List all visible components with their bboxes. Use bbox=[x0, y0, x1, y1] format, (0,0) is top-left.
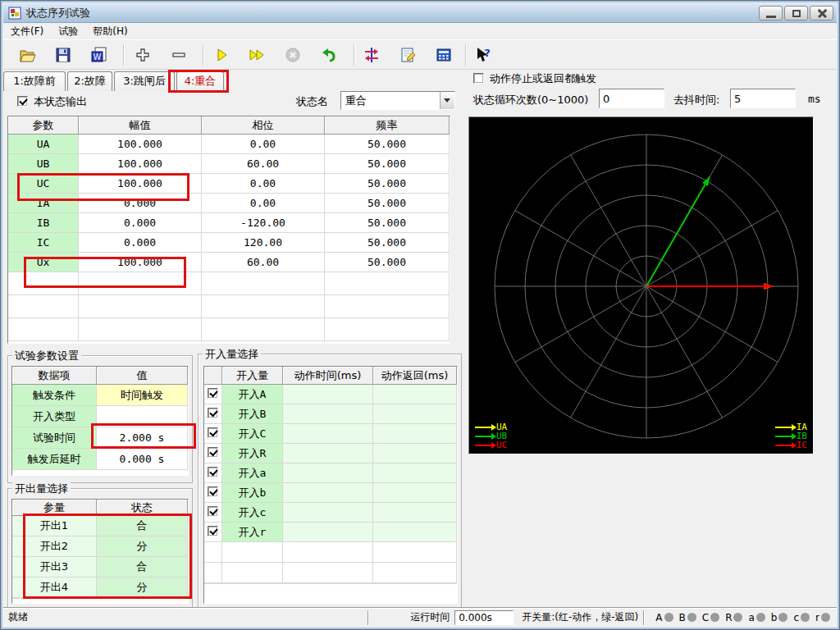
undo-button[interactable] bbox=[317, 43, 340, 66]
freq-cell[interactable]: 50.000 bbox=[325, 154, 450, 174]
amp-cell[interactable]: 100.000 bbox=[79, 135, 202, 154]
switch-indicator: B bbox=[679, 612, 696, 623]
dataitem-value[interactable] bbox=[97, 406, 188, 427]
tab-fault[interactable]: 2:故障 bbox=[67, 71, 112, 91]
freq-cell[interactable]: 50.000 bbox=[325, 233, 450, 253]
table-row: 开入类型 bbox=[12, 406, 188, 427]
report-button[interactable] bbox=[396, 43, 419, 66]
add-state-button[interactable] bbox=[131, 43, 154, 66]
table-row: 开入c bbox=[204, 503, 457, 523]
input-checkbox[interactable] bbox=[208, 486, 218, 497]
close-button[interactable] bbox=[810, 6, 833, 21]
amp-cell[interactable]: 0.000 bbox=[79, 213, 202, 233]
action-trigger-label: 动作停止或返回都触发 bbox=[490, 71, 596, 86]
phase-cell[interactable]: 0.00 bbox=[202, 135, 325, 154]
remove-state-button[interactable] bbox=[167, 43, 190, 66]
freq-cell[interactable]: 50.000 bbox=[325, 135, 450, 154]
phase-cell[interactable]: 120.00 bbox=[202, 233, 325, 253]
amp-cell[interactable]: 0.000 bbox=[79, 233, 202, 253]
action-return-cell bbox=[373, 424, 457, 444]
chevron-down-icon[interactable] bbox=[440, 92, 454, 109]
phase-cell[interactable]: 60.00 bbox=[202, 154, 325, 174]
runtime-value: 0.000s bbox=[454, 610, 514, 625]
loop-count-label: 状态循环次数(0~1000) bbox=[473, 93, 588, 107]
phase-cell[interactable]: 0.00 bbox=[202, 174, 325, 194]
app-window: 状态序列试验 文件(F) 试验 帮助(H) bbox=[0, 0, 840, 630]
legend-arrow-icon bbox=[475, 427, 495, 428]
action-trigger-checkbox[interactable] bbox=[473, 73, 484, 84]
tab-prefault[interactable]: 1:故障前 bbox=[3, 71, 66, 91]
run-continuous-button[interactable] bbox=[245, 43, 268, 66]
menu-file[interactable]: 文件(F) bbox=[3, 23, 51, 40]
input-checkbox[interactable] bbox=[208, 506, 218, 517]
action-return-cell bbox=[373, 444, 457, 463]
input-select-grid: 开入量 动作时间(ms) 动作返回(ms) 开入A 开入B bbox=[203, 366, 458, 604]
export-word-button[interactable]: W bbox=[88, 43, 111, 66]
tab-posttrip[interactable]: 3:跳闸后 bbox=[114, 71, 175, 91]
output-state[interactable]: 合 bbox=[97, 557, 188, 578]
col-header-freq: 频率 bbox=[325, 116, 450, 135]
dataitem-value[interactable]: 2.000 s bbox=[97, 427, 188, 449]
calculator-icon bbox=[435, 46, 453, 64]
amp-cell[interactable]: 100.000 bbox=[79, 174, 202, 194]
input-checkbox[interactable] bbox=[208, 467, 218, 477]
open-folder-icon bbox=[18, 46, 36, 64]
table-row: 开出3 合 bbox=[12, 557, 188, 578]
table-row-empty bbox=[204, 563, 457, 583]
open-button[interactable] bbox=[16, 43, 39, 66]
freq-cell[interactable]: 50.000 bbox=[325, 253, 450, 272]
input-checkbox[interactable] bbox=[208, 388, 218, 399]
dataitem-value[interactable]: 时间触发 bbox=[97, 385, 188, 406]
dataitem-value[interactable]: 0.000 s bbox=[97, 449, 188, 470]
input-checkbox[interactable] bbox=[208, 447, 218, 458]
amp-cell[interactable]: 0.000 bbox=[79, 194, 202, 213]
stop-button[interactable] bbox=[281, 43, 304, 66]
help-cursor-icon: ? bbox=[474, 46, 492, 64]
amp-cell[interactable]: 100.000 bbox=[79, 253, 202, 272]
param-name: UA bbox=[8, 135, 79, 154]
phase-cell[interactable]: 0.00 bbox=[202, 194, 325, 213]
state-output-checkbox[interactable] bbox=[17, 96, 28, 107]
action-time-cell bbox=[283, 483, 373, 503]
input-checkbox[interactable] bbox=[208, 408, 218, 418]
action-time-cell bbox=[283, 404, 373, 424]
status-bar: 就绪 运行时间 0.000s 开关量:(红-动作，绿-返回) A B C R a… bbox=[3, 607, 837, 627]
dataitem-name: 试验时间 bbox=[12, 427, 97, 449]
freq-cell[interactable]: 50.000 bbox=[325, 174, 450, 194]
param-name: IA bbox=[8, 194, 79, 213]
minimize-button[interactable] bbox=[759, 6, 783, 21]
action-return-cell bbox=[373, 404, 457, 424]
menu-test[interactable]: 试验 bbox=[51, 23, 85, 40]
switch-indicator: a bbox=[748, 612, 765, 623]
debounce-input[interactable] bbox=[730, 89, 796, 108]
col-header-actreturn: 动作返回(ms) bbox=[373, 367, 457, 385]
input-checkbox[interactable] bbox=[208, 526, 218, 536]
sync-button[interactable] bbox=[360, 43, 383, 66]
state-name-combo[interactable]: 重合 bbox=[340, 91, 455, 110]
dataitem-name: 开入类型 bbox=[12, 406, 97, 427]
save-button[interactable] bbox=[52, 43, 75, 66]
table-row: 触发后延时 0.000 s bbox=[12, 449, 188, 470]
amp-cell[interactable]: 100.000 bbox=[79, 154, 202, 174]
phase-cell[interactable]: 60.00 bbox=[202, 253, 325, 272]
output-state[interactable]: 合 bbox=[97, 516, 188, 536]
freq-cell[interactable]: 50.000 bbox=[325, 194, 450, 213]
toolbar-separator bbox=[354, 44, 355, 66]
output-select-group: 开出量选择 参量 状态 开出1 合 开出2 分 开出3 合 bbox=[7, 488, 193, 608]
calculator-button[interactable] bbox=[432, 43, 455, 66]
input-checkbox[interactable] bbox=[208, 427, 218, 438]
state-output-label: 本状态输出 bbox=[34, 94, 87, 109]
input-name: 开入B bbox=[222, 404, 283, 424]
context-help-button[interactable]: ? bbox=[472, 43, 495, 66]
input-select-title: 开入量选择 bbox=[203, 347, 261, 362]
run-button[interactable] bbox=[210, 43, 233, 66]
tab-reclose[interactable]: 4:重合 bbox=[176, 71, 224, 91]
loop-count-input[interactable] bbox=[599, 89, 664, 108]
maximize-button[interactable] bbox=[784, 6, 808, 21]
output-state[interactable]: 分 bbox=[97, 578, 188, 598]
table-row: 试验时间 2.000 s bbox=[12, 427, 188, 449]
menu-help[interactable]: 帮助(H) bbox=[85, 23, 135, 40]
freq-cell[interactable]: 50.000 bbox=[325, 213, 450, 233]
output-state[interactable]: 分 bbox=[97, 536, 188, 557]
phase-cell[interactable]: -120.00 bbox=[202, 213, 325, 233]
